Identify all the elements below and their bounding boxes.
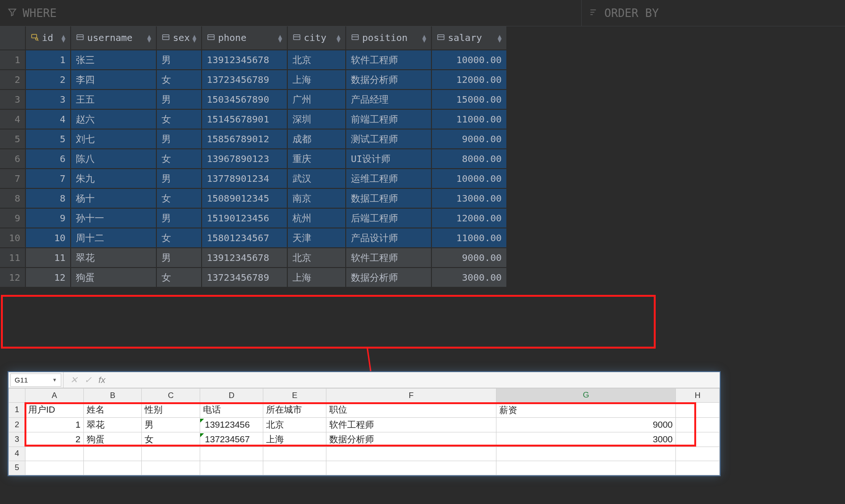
cell-id[interactable]: 9 — [25, 208, 71, 228]
excel-cell[interactable] — [496, 447, 675, 461]
sort-icon[interactable]: ▲▼ — [278, 34, 282, 42]
cell-sex[interactable]: 女 — [156, 149, 202, 169]
excel-cell[interactable] — [83, 461, 142, 475]
cell-salary[interactable]: 13000.00 — [431, 188, 507, 208]
check-icon[interactable]: ✓ — [84, 374, 92, 385]
table-row[interactable]: 1010周十二女15801234567天津产品设计师11000.00 — [0, 228, 507, 248]
cell-username[interactable]: 朱九 — [71, 169, 156, 188]
cell-id[interactable]: 8 — [25, 188, 71, 208]
column-header-phone[interactable]: phone▲▼ — [202, 26, 287, 50]
cell-sex[interactable]: 女 — [156, 268, 202, 287]
cell-city[interactable]: 深圳 — [287, 109, 346, 129]
excel-row-header[interactable]: 5 — [9, 461, 25, 475]
excel-cell[interactable] — [676, 461, 720, 475]
excel-name-box[interactable]: G11 ▼ — [10, 374, 61, 387]
cell-salary[interactable]: 10000.00 — [431, 50, 507, 70]
cell-city[interactable]: 北京 — [287, 50, 346, 70]
excel-cell[interactable] — [25, 461, 84, 475]
cell-username[interactable]: 孙十一 — [71, 208, 156, 228]
table-row[interactable]: 22李四女13723456789上海数据分析师12000.00 — [0, 70, 507, 89]
excel-row-header[interactable]: 2 — [9, 417, 25, 432]
cell-id[interactable]: 6 — [25, 149, 71, 169]
table-row[interactable]: 55刘七男15856789012成都测试工程师9000.00 — [0, 129, 507, 149]
cell-position[interactable]: 数据工程师 — [346, 188, 431, 208]
cell-username[interactable]: 王五 — [71, 89, 156, 109]
cell-sex[interactable]: 男 — [156, 89, 202, 109]
column-header-position[interactable]: position▲▼ — [346, 26, 431, 50]
cell-salary[interactable]: 9000.00 — [431, 129, 507, 149]
sort-icon[interactable]: ▲▼ — [62, 34, 65, 42]
cell-city[interactable]: 武汉 — [287, 169, 346, 188]
excel-col-header-D[interactable]: D — [200, 389, 263, 403]
excel-col-header-F[interactable]: F — [326, 389, 496, 403]
cell-position[interactable]: 测试工程师 — [346, 129, 431, 149]
table-row[interactable]: 11张三男13912345678北京软件工程师10000.00 — [0, 50, 507, 70]
cell-id[interactable]: 1 — [25, 50, 71, 70]
orderby-clause-area[interactable]: ORDER BY — [581, 0, 845, 26]
cell-sex[interactable]: 女 — [156, 188, 202, 208]
cell-position[interactable]: 数据分析师 — [346, 268, 431, 287]
cell-phone[interactable]: 15089012345 — [202, 188, 287, 208]
column-header-sex[interactable]: sex▲▼ — [156, 26, 202, 50]
cell-position[interactable]: 产品设计师 — [346, 228, 431, 248]
excel-row-header[interactable]: 3 — [9, 432, 25, 447]
cell-username[interactable]: 狗蛋 — [71, 268, 156, 287]
cell-city[interactable]: 杭州 — [287, 208, 346, 228]
excel-col-header-H[interactable]: H — [676, 389, 720, 403]
cell-sex[interactable]: 男 — [156, 129, 202, 149]
cell-salary[interactable]: 12000.00 — [431, 70, 507, 89]
cell-position[interactable]: 运维工程师 — [346, 169, 431, 188]
table-row[interactable]: 33王五男15034567890广州产品经理15000.00 — [0, 89, 507, 109]
column-header-username[interactable]: username▲▼ — [71, 26, 156, 50]
cell-salary[interactable]: 8000.00 — [431, 149, 507, 169]
excel-col-header-E[interactable]: E — [263, 389, 326, 403]
select-all-corner[interactable] — [9, 389, 25, 403]
excel-col-header-B[interactable]: B — [83, 389, 142, 403]
cell-sex[interactable]: 男 — [156, 248, 202, 268]
excel-col-header-A[interactable]: A — [25, 389, 84, 403]
table-row[interactable]: 88杨十女15089012345南京数据工程师13000.00 — [0, 188, 507, 208]
fx-icon[interactable]: fx — [98, 375, 106, 385]
cell-username[interactable]: 陈八 — [71, 149, 156, 169]
table-row[interactable]: 99孙十一男15190123456杭州后端工程师12000.00 — [0, 208, 507, 228]
table-row[interactable]: 44赵六女15145678901深圳前端工程师11000.00 — [0, 109, 507, 129]
cell-city[interactable]: 重庆 — [287, 149, 346, 169]
excel-cell[interactable] — [142, 447, 200, 461]
cell-sex[interactable]: 女 — [156, 228, 202, 248]
cell-position[interactable]: 后端工程师 — [346, 208, 431, 228]
cell-phone[interactable]: 13778901234 — [202, 169, 287, 188]
cell-phone[interactable]: 13912345678 — [202, 50, 287, 70]
column-header-salary[interactable]: salary▲▼ — [431, 26, 507, 50]
excel-cell[interactable] — [200, 461, 263, 475]
excel-row[interactable]: 4 — [9, 447, 720, 461]
excel-row-header[interactable]: 1 — [9, 403, 25, 418]
excel-cell[interactable] — [326, 447, 496, 461]
cell-sex[interactable]: 男 — [156, 169, 202, 188]
excel-col-header-C[interactable]: C — [142, 389, 200, 403]
excel-cell[interactable] — [496, 461, 675, 475]
cell-salary[interactable]: 3000.00 — [431, 268, 507, 287]
cell-salary[interactable]: 11000.00 — [431, 109, 507, 129]
excel-cell[interactable] — [326, 461, 496, 475]
cell-sex[interactable]: 女 — [156, 70, 202, 89]
column-header-id[interactable]: id▲▼ — [25, 26, 71, 50]
cell-phone[interactable]: 13912345678 — [202, 248, 287, 268]
cell-id[interactable]: 5 — [25, 129, 71, 149]
cell-username[interactable]: 杨十 — [71, 188, 156, 208]
excel-cell[interactable] — [25, 447, 84, 461]
cell-phone[interactable]: 13967890123 — [202, 149, 287, 169]
cell-sex[interactable]: 男 — [156, 208, 202, 228]
excel-cell[interactable] — [83, 447, 142, 461]
cell-id[interactable]: 11 — [25, 248, 71, 268]
cell-city[interactable]: 广州 — [287, 89, 346, 109]
cell-city[interactable]: 上海 — [287, 268, 346, 287]
data-grid[interactable]: id▲▼username▲▼sex▲▼phone▲▼city▲▼position… — [0, 26, 507, 288]
sort-icon[interactable]: ▲▼ — [422, 34, 426, 42]
cell-city[interactable]: 北京 — [287, 248, 346, 268]
cell-city[interactable]: 上海 — [287, 70, 346, 89]
cell-username[interactable]: 周十二 — [71, 228, 156, 248]
cell-sex[interactable]: 男 — [156, 50, 202, 70]
cell-username[interactable]: 刘七 — [71, 129, 156, 149]
cell-sex[interactable]: 女 — [156, 109, 202, 129]
excel-cell[interactable] — [263, 447, 326, 461]
